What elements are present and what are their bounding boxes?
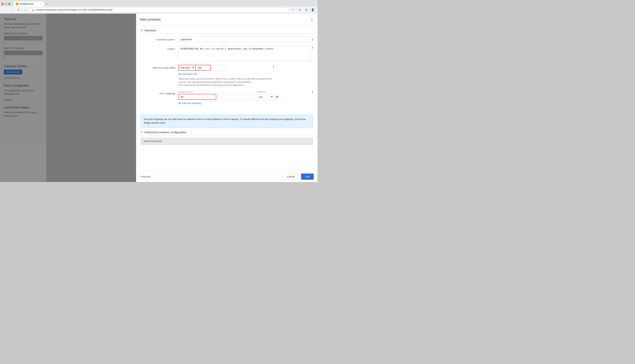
protocol-select-wrapper: tcp udp [257,94,274,100]
image-control: 420029960748.dkr.ecr.cn-north-1.amazonaw… [178,46,313,61]
main-content: Task size The task size allows you for t… [0,14,318,182]
port-headers: Container port Protocol [178,90,310,93]
port-mappings-info-icon: ℹ [312,90,313,94]
extensions-icon[interactable]: ⚙ [304,7,309,12]
memory-hint-line2: 'memory' and 'memoryReservation' paramet… [178,81,252,83]
window-controls [2,3,10,5]
standard-section-title: Standard [144,29,156,32]
window-maximize-btn[interactable] [8,3,10,5]
port-remove-icon: ⊗ [276,95,278,99]
add-button[interactable]: Add [301,174,314,180]
memory-hint-line1: Define hard and/or soft memory limits in… [178,78,272,80]
footer-actions: Cancel Add [283,174,314,180]
memory-type-select-wrapper: Soft limit Hard limit [178,65,196,71]
container-name-input[interactable] [178,37,310,42]
profile-icon[interactable]: 👤 [310,7,315,12]
memory-hard-input[interactable] [211,65,226,70]
advanced-section-title: Advanced container configuration [144,130,186,134]
memory-limits-row: Memory Limits (MiB) Soft limit Hard limi… [140,65,313,87]
toolbar-actions: ☆ S ⚙ 👤 [291,7,315,12]
tab-title: Amazon ECS [20,3,34,5]
advanced-header: ▼ Advanced container configuration [140,130,313,136]
window-minimize-btn[interactable] [5,3,7,5]
add-hard-limit-label: Add Hard limit [182,72,197,76]
container-name-label: Container name [140,37,178,41]
memory-hint: Define hard and/or soft memory limits in… [178,77,272,87]
image-label: Image [140,46,178,50]
standard-section: ▼ Standard Container name ℹ Image [136,26,318,112]
cancel-button[interactable]: Cancel [283,174,298,180]
memory-value-input[interactable] [196,65,211,71]
browser-tab-active[interactable]: Amazon ECS × [14,2,44,6]
image-info-icon: ℹ [312,46,313,49]
protocol-header: Protocol [257,90,276,93]
modal-panel: Add container × ▼ Standard Container nam… [136,14,318,182]
browser-toolbar: ← → ↻ ⌂ 🔒 console.amazonaws.cn/ecs/home?… [0,6,318,13]
standard-section-header: ▼ Standard [140,29,313,34]
url-text: console.amazonaws.cn/ecs/home?region=cn-… [36,8,287,11]
modal-overlay: Add container × ▼ Standard Container nam… [0,14,318,182]
address-bar[interactable]: 🔒 console.amazonaws.cn/ecs/home?region=c… [30,8,289,12]
image-input[interactable]: 420029960748.dkr.ecr.cn-north-1.amazonaw… [178,46,310,61]
memory-inputs: Soft limit Hard limit [178,65,272,71]
aws-icon[interactable]: S [297,7,302,12]
add-hard-limit-plus-icon: ⊕ [178,72,181,76]
host-port-input[interactable] [218,94,256,100]
port-mappings-controls: Container port Protocol [178,90,310,105]
bookmarks-icon[interactable]: ☆ [291,7,296,12]
add-port-mapping-label: Add port mapping [182,102,201,104]
divider [140,145,313,145]
healthcheck-bar[interactable]: HEALTHCHECK [140,138,313,145]
home-button[interactable]: ⌂ [23,7,28,12]
protocol-select[interactable]: tcp udp [257,94,274,100]
port-mappings-row: Port mappings Container port Protocol [140,90,313,105]
container-port-input-wrapper [178,94,216,100]
port-row: tcp udp ⊗ [178,94,310,100]
memory-controls: Soft limit Hard limit ⊕ Add Ha [178,65,272,87]
memory-limits-label: Memory Limits (MiB) [140,65,178,69]
memory-hint-line3: ECS recommends 300-500 MiB as a starting… [178,84,244,86]
add-hard-limit-link[interactable]: ⊕ Add Hard limit [178,72,272,76]
new-tab-button[interactable]: + [44,2,49,6]
add-port-plus-icon: ⊕ [178,101,181,105]
image-row: Image 420029960748.dkr.ecr.cn-north-1.am… [140,46,313,61]
container-name-row: Container name ℹ [140,37,313,42]
port-remove-button[interactable]: ⊗ [276,95,278,99]
browser-tabs: Amazon ECS × + [0,0,318,6]
window-close-btn[interactable] [2,3,4,5]
modal-close-button[interactable]: × [310,17,314,22]
modal-body: ▼ Standard Container name ℹ Image [136,26,318,171]
back-button[interactable]: ← [2,7,8,12]
lock-icon: 🔒 [32,9,34,11]
memory-type-select[interactable]: Soft limit Hard limit [179,65,195,70]
advanced-toggle[interactable]: ▼ [140,131,143,134]
required-note: * Required [140,176,150,178]
port-mappings-label: Port mappings [140,90,178,95]
tab-favicon [16,3,18,5]
browser-chrome: Amazon ECS × + ← → ↻ ⌂ 🔒 console.amazona… [0,0,318,14]
modal-title: Add container [140,18,161,22]
info-box: Host port mappings are not valid when th… [140,115,313,128]
container-port-header: Container port [178,90,216,93]
advanced-section: ▼ Advanced container configuration HEALT… [136,130,318,148]
container-port-input[interactable] [179,94,216,100]
tab-close-btn[interactable]: × [40,3,42,5]
add-port-mapping-link[interactable]: ⊕ Add port mapping [178,101,310,105]
container-name-control: ℹ [178,37,313,42]
reload-button[interactable]: ↻ [16,7,21,12]
modal-footer: * Required Cancel Add [136,171,318,182]
container-name-info-icon: ℹ [312,38,313,41]
forward-button[interactable]: → [9,7,14,12]
standard-toggle[interactable]: ▼ [140,29,143,32]
modal-header: Add container × [136,14,318,26]
memory-limits-info-icon: ℹ [273,65,274,68]
host-port-header [218,90,256,93]
